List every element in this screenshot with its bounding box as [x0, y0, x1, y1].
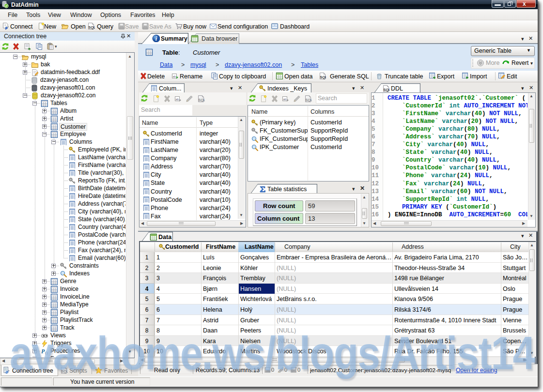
- svg-text:ab: ab: [173, 75, 176, 78]
- svg-text:SQL: SQL: [384, 88, 389, 92]
- svg-text:ab: ab: [283, 98, 287, 101]
- svg-text:SQL: SQL: [89, 25, 95, 30]
- svg-text:SQL: SQL: [199, 98, 205, 102]
- svg-text:ab: ab: [176, 98, 179, 101]
- svg-text:SQL: SQL: [320, 75, 326, 79]
- svg-text:SQL: SQL: [306, 98, 312, 102]
